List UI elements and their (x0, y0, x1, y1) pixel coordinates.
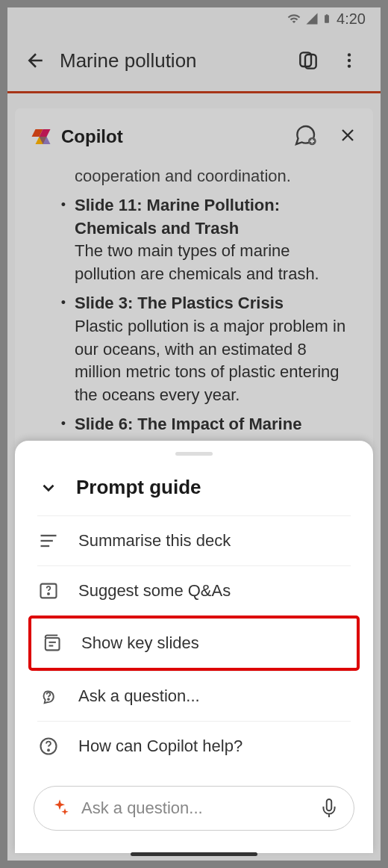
back-arrow-icon (25, 49, 47, 72)
more-vertical-icon (340, 51, 359, 70)
battery-icon (322, 11, 332, 26)
svg-point-2 (347, 53, 350, 56)
close-panel-button[interactable] (337, 125, 358, 149)
status-bar: 4:20 (7, 7, 381, 30)
summarise-icon (38, 530, 59, 551)
guide-item-label: Summarise this deck (78, 531, 231, 551)
prompt-guide-list: Summarise this deck Suggest some Q&As Sh… (15, 515, 373, 771)
guide-item-summarise[interactable]: Summarise this deck (37, 515, 351, 565)
copilot-header-button[interactable] (291, 44, 325, 78)
slides-icon (41, 633, 62, 654)
question-card-icon (38, 580, 59, 601)
guide-item-qa[interactable]: Suggest some Q&As (37, 565, 351, 616)
drag-handle[interactable] (175, 452, 213, 456)
question-input[interactable]: Ask a question... (81, 799, 308, 818)
mic-icon[interactable] (319, 799, 339, 818)
response-partial-line: cooperation and coordination. (52, 165, 354, 188)
more-options-button[interactable] (332, 44, 366, 78)
svg-point-14 (48, 698, 49, 700)
bullet-dot-icon: • (52, 292, 75, 407)
response-bullet: • Slide 3: The Plastics Crisis Plastic p… (52, 292, 354, 407)
prompt-guide-sheet: Prompt guide Summarise this deck Suggest… (15, 441, 373, 853)
bullet-title: Slide 11: Marine Pollution: Chemicals an… (75, 196, 280, 238)
svg-rect-11 (46, 638, 60, 650)
copilot-response-content: cooperation and coordination. • Slide 11… (30, 165, 358, 459)
svg-point-4 (347, 64, 350, 67)
prompt-guide-header[interactable]: Prompt guide (15, 467, 373, 508)
chat-plus-icon (293, 123, 317, 147)
sparkle-icon (49, 798, 70, 819)
svg-point-3 (347, 59, 350, 62)
guide-item-label: Ask a question... (78, 686, 200, 706)
help-circle-icon (38, 736, 59, 757)
wifi-icon (286, 12, 302, 25)
copilot-icon (296, 49, 320, 72)
copilot-panel: Copilot cooperation and coordination. • … (15, 108, 373, 467)
svg-point-16 (48, 749, 49, 751)
app-header: Marine pollution (7, 30, 381, 93)
new-chat-button[interactable] (293, 123, 317, 150)
guide-item-label: Suggest some Q&As (78, 581, 231, 601)
signal-icon (305, 12, 319, 25)
guide-item-label: Show key slides (81, 633, 199, 653)
svg-point-10 (48, 593, 49, 595)
guide-item-key-slides[interactable]: Show key slides (28, 616, 360, 671)
home-indicator[interactable] (131, 852, 257, 856)
chevron-down-icon (39, 478, 58, 497)
copilot-logo-icon (30, 125, 52, 148)
status-icons (286, 11, 332, 26)
copilot-panel-title: Copilot (61, 126, 284, 147)
copilot-panel-header: Copilot (30, 123, 358, 150)
bullet-dot-icon: • (52, 194, 75, 286)
phone-frame: 4:20 Marine pollution Copilot (7, 7, 381, 861)
prompt-guide-title: Prompt guide (76, 476, 201, 499)
bullet-desc: The two main types of marine pollution a… (75, 241, 319, 283)
status-time: 4:20 (337, 10, 366, 28)
question-input-bar[interactable]: Ask a question... (34, 786, 354, 831)
guide-item-ask-question[interactable]: Ask a question... (37, 671, 351, 721)
bullet-desc: Plastic pollution is a major problem in … (75, 317, 345, 404)
document-title: Marine pollution (60, 49, 284, 72)
bullet-title: Slide 3: The Plastics Crisis (75, 294, 284, 312)
chat-question-icon (38, 686, 59, 707)
back-button[interactable] (22, 48, 48, 74)
guide-item-help[interactable]: How can Copilot help? (37, 721, 351, 771)
response-bullet: • Slide 11: Marine Pollution: Chemicals … (52, 194, 354, 286)
guide-item-label: How can Copilot help? (78, 737, 242, 756)
close-icon (337, 125, 358, 146)
collapse-button[interactable] (37, 477, 60, 499)
